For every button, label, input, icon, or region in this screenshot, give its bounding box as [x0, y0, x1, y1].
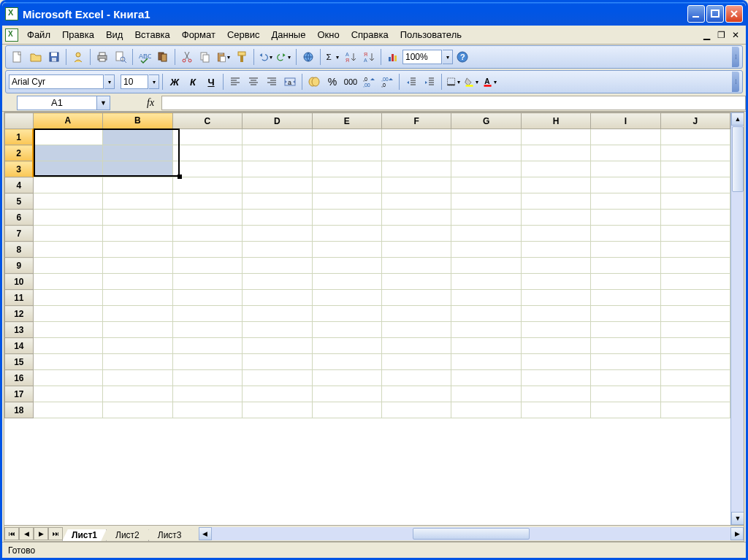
cell-H12[interactable]	[521, 306, 590, 322]
cell-G16[interactable]	[451, 370, 522, 386]
cell-C8[interactable]	[172, 242, 242, 258]
cell-C18[interactable]	[172, 402, 242, 418]
redo-button[interactable]: ▾	[275, 48, 293, 66]
col-header-D[interactable]: D	[243, 113, 312, 129]
menu-format[interactable]: Формат	[176, 28, 221, 42]
cell-F2[interactable]	[382, 145, 451, 161]
cell-A11[interactable]	[33, 290, 102, 306]
decrease-decimal-button[interactable]: ,00,0	[378, 73, 396, 91]
fx-icon[interactable]: fx	[147, 97, 154, 109]
cell-C17[interactable]	[172, 386, 242, 402]
cell-H6[interactable]	[521, 210, 590, 226]
row-header-16[interactable]: 16	[5, 370, 34, 386]
cell-H2[interactable]	[521, 145, 590, 161]
cell-I13[interactable]	[591, 322, 660, 338]
cell-G14[interactable]	[451, 338, 522, 354]
cell-F16[interactable]	[382, 370, 451, 386]
cell-H11[interactable]	[521, 290, 590, 306]
row-header-6[interactable]: 6	[5, 210, 34, 226]
cell-A3[interactable]	[33, 161, 102, 177]
italic-button[interactable]: К	[184, 73, 202, 91]
cell-F14[interactable]	[382, 338, 451, 354]
cell-A10[interactable]	[33, 274, 102, 290]
open-button[interactable]	[27, 48, 45, 66]
menu-help[interactable]: Справка	[346, 28, 394, 42]
cell-E5[interactable]	[312, 193, 381, 210]
cell-D14[interactable]	[243, 338, 312, 354]
cell-H7[interactable]	[521, 226, 590, 242]
cell-H16[interactable]	[521, 370, 590, 386]
cell-H4[interactable]	[521, 177, 590, 193]
cell-H8[interactable]	[521, 242, 590, 258]
cell-B9[interactable]	[103, 258, 172, 274]
cell-J1[interactable]	[660, 129, 730, 145]
vscroll-thumb[interactable]	[732, 126, 744, 192]
cell-E11[interactable]	[312, 290, 381, 306]
mdi-minimize-button[interactable]: ▁	[700, 29, 713, 41]
cell-E2[interactable]	[312, 145, 381, 161]
cell-E8[interactable]	[312, 242, 381, 258]
formula-input[interactable]	[161, 96, 746, 110]
row-header-9[interactable]: 9	[5, 258, 34, 274]
cell-I12[interactable]	[591, 306, 660, 322]
cell-J6[interactable]	[660, 210, 730, 226]
col-header-G[interactable]: G	[451, 113, 522, 129]
cell-J12[interactable]	[660, 306, 730, 322]
cell-H3[interactable]	[521, 161, 590, 177]
cell-B15[interactable]	[103, 354, 172, 370]
paste-button[interactable]: ▾	[215, 48, 232, 66]
cell-G18[interactable]	[451, 402, 522, 418]
cell-I9[interactable]	[591, 258, 660, 274]
cell-D11[interactable]	[243, 290, 312, 306]
currency-button[interactable]	[305, 73, 323, 91]
cell-A14[interactable]	[33, 338, 102, 354]
cell-G3[interactable]	[451, 161, 522, 177]
cell-A2[interactable]	[33, 145, 102, 161]
autosum-button[interactable]: Σ▾	[324, 48, 341, 66]
cell-G6[interactable]	[451, 210, 522, 226]
cell-C7[interactable]	[172, 226, 242, 242]
horizontal-scrollbar[interactable]: ◀ ▶	[199, 527, 744, 540]
cell-E14[interactable]	[312, 338, 381, 354]
cell-B6[interactable]	[103, 210, 172, 226]
print-preview-button[interactable]	[112, 48, 129, 66]
align-right-button[interactable]	[263, 73, 280, 91]
cell-B16[interactable]	[103, 370, 172, 386]
name-box[interactable]: A1	[17, 96, 97, 110]
cell-F17[interactable]	[382, 386, 451, 402]
cell-H15[interactable]	[521, 354, 590, 370]
cell-B13[interactable]	[103, 322, 172, 338]
increase-decimal-button[interactable]: ,0,00	[360, 73, 378, 91]
cell-A9[interactable]	[33, 258, 102, 274]
cut-button[interactable]	[178, 48, 196, 66]
cell-H18[interactable]	[521, 402, 590, 418]
cell-D4[interactable]	[243, 177, 312, 193]
zoom-input[interactable]: 100%	[402, 50, 442, 64]
cell-C10[interactable]	[172, 274, 242, 290]
cell-F11[interactable]	[382, 290, 451, 306]
cell-G8[interactable]	[451, 242, 522, 258]
cell-J13[interactable]	[660, 322, 730, 338]
cell-I7[interactable]	[591, 226, 660, 242]
cell-E18[interactable]	[312, 402, 381, 418]
row-header-8[interactable]: 8	[5, 242, 34, 258]
cell-G9[interactable]	[451, 258, 522, 274]
merge-center-button[interactable]: a	[281, 73, 299, 91]
underline-button[interactable]: Ч	[202, 73, 220, 91]
cell-D16[interactable]	[243, 370, 312, 386]
cell-A16[interactable]	[33, 370, 102, 386]
menu-window[interactable]: Окно	[311, 28, 345, 42]
cell-J11[interactable]	[660, 290, 730, 306]
cell-J17[interactable]	[660, 386, 730, 402]
cell-H17[interactable]	[521, 386, 590, 402]
col-header-F[interactable]: F	[382, 113, 451, 129]
row-header-3[interactable]: 3	[5, 161, 34, 177]
zoom-dropdown[interactable]: ▾	[443, 50, 453, 64]
cell-D10[interactable]	[243, 274, 312, 290]
cell-I1[interactable]	[591, 129, 660, 145]
cell-A7[interactable]	[33, 226, 102, 242]
cell-J16[interactable]	[660, 370, 730, 386]
cell-I3[interactable]	[591, 161, 660, 177]
cell-C12[interactable]	[172, 306, 242, 322]
col-header-I[interactable]: I	[591, 113, 660, 129]
